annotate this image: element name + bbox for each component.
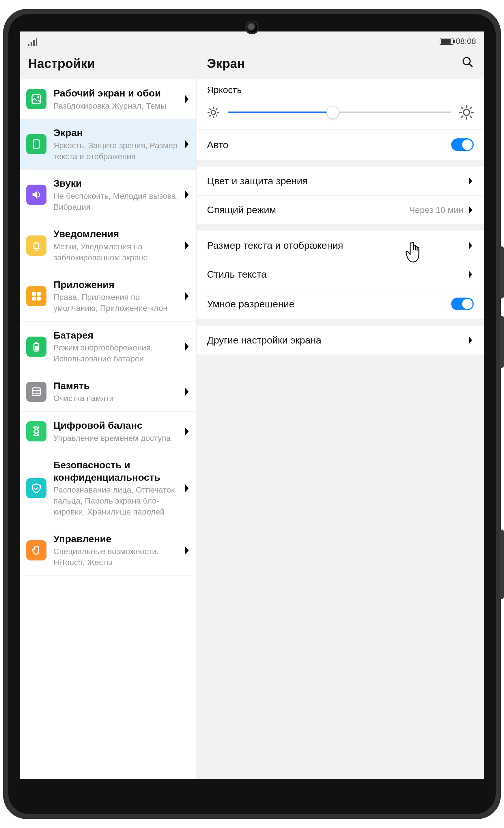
row-smart-resolution[interactable]: Умное разрешение <box>196 289 484 319</box>
row-label: Размер текста и отображения <box>207 240 468 251</box>
chevron-right-icon <box>183 483 191 493</box>
hw-button <box>500 316 504 368</box>
sound-icon <box>26 184 46 205</box>
chevron-right-icon <box>468 176 474 186</box>
sidebar-item-display[interactable]: Экран Яркость, Защита зрения, Размер тек… <box>20 119 196 170</box>
chevron-right-icon <box>468 205 474 215</box>
svg-rect-7 <box>37 292 41 296</box>
row-other-display-settings[interactable]: Другие настройки экрана <box>196 326 484 355</box>
chevron-right-icon <box>183 291 191 301</box>
svg-point-25 <box>464 110 470 116</box>
svg-rect-12 <box>35 346 38 350</box>
svg-line-32 <box>462 116 463 117</box>
sidebar-item-sub: Распознавание лица, Отпечаток пальца, Па… <box>53 485 183 517</box>
row-value: Через 10 мин <box>409 205 463 215</box>
svg-line-30 <box>462 108 463 109</box>
brightness-low-icon <box>207 106 220 119</box>
sidebar-item-sub: Режим энергосбере­жения, Использование б… <box>53 342 183 364</box>
screen: 08:08 Настройки Экран <box>20 32 484 779</box>
hourglass-icon <box>26 421 46 442</box>
svg-rect-8 <box>32 296 36 300</box>
row-auto-brightness[interactable]: Авто <box>196 129 484 160</box>
row-label: Стиль текста <box>207 269 468 280</box>
row-text-display-size[interactable]: Размер текста и отображения <box>196 231 484 260</box>
chevron-right-icon <box>183 94 191 104</box>
svg-rect-9 <box>37 296 41 300</box>
bell-icon <box>26 236 46 256</box>
sidebar-item-storage[interactable]: Память Очистка памяти <box>20 372 196 412</box>
sidebar-item-sub: Очистка памяти <box>53 393 183 404</box>
sidebar-item-sub: Права, Приложения по умолчанию, Приложен… <box>53 292 183 314</box>
svg-rect-6 <box>32 292 36 296</box>
row-sleep[interactable]: Спящий режим Через 10 мин <box>196 195 484 224</box>
row-label: Цвет и защита зрения <box>207 175 468 187</box>
sidebar-item-notifications[interactable]: Уведомления Метки, Уведомления на заблок… <box>20 220 196 271</box>
row-label: Авто <box>207 139 451 151</box>
svg-rect-11 <box>36 342 38 343</box>
wallpaper-icon <box>26 89 46 109</box>
sidebar-item-accessibility[interactable]: Управление Специальные возможности, HiTo… <box>20 525 196 576</box>
sidebar-item-sub: Управление временем доступа <box>53 433 183 444</box>
svg-point-16 <box>211 110 216 115</box>
sidebar-item-label: Управление <box>53 533 183 545</box>
svg-rect-4 <box>34 140 39 149</box>
sidebar-item-sub: Специальные возможности, HiTouch, Жесты <box>53 546 183 568</box>
sidebar-item-home-wallpaper[interactable]: Рабочий экран и обои Разблокировка Журна… <box>20 79 196 119</box>
chevron-right-icon <box>183 139 191 149</box>
sidebar-item-label: Уведомления <box>53 227 183 240</box>
sidebar-item-security[interactable]: Безопасность и конфиденциаль­ность Распо… <box>20 451 196 525</box>
chevron-right-icon <box>468 270 474 279</box>
row-text-style[interactable]: Стиль текста <box>196 260 484 289</box>
sidebar-item-sub: Метки, Уведомления на заблокированном эк… <box>53 241 183 263</box>
chevron-right-icon <box>468 241 474 250</box>
sidebar-item-sub: Яркость, Защита зрения, Размер текста и … <box>53 140 183 162</box>
page-title-left: Настройки <box>20 48 196 79</box>
sidebar-item-sub: Разблокировка Журнал, Темы <box>53 100 183 112</box>
hw-button <box>500 246 504 298</box>
display-settings-pane: Яркость <box>196 79 484 779</box>
toggle-smart-resolution[interactable] <box>451 298 474 310</box>
svg-line-33 <box>470 108 471 109</box>
svg-line-1 <box>469 64 472 67</box>
clock: 08:08 <box>456 37 476 46</box>
sidebar-item-digital-balance[interactable]: Цифровой баланс Управление временем дост… <box>20 412 196 451</box>
settings-sidebar: Рабочий экран и обои Разблокировка Журна… <box>20 79 196 779</box>
chevron-right-icon <box>183 386 191 397</box>
toggle-auto-brightness[interactable] <box>451 138 474 151</box>
brightness-label: Яркость <box>207 85 474 95</box>
svg-line-21 <box>210 109 211 110</box>
sidebar-item-apps[interactable]: Приложения Права, Приложения по умолчани… <box>20 271 196 322</box>
sidebar-item-label: Цифровой баланс <box>53 419 183 431</box>
chevron-right-icon <box>183 240 191 251</box>
chevron-right-icon <box>183 341 191 352</box>
row-color-protection[interactable]: Цвет и защита зрения <box>196 167 484 195</box>
battery-icon <box>26 337 46 357</box>
sidebar-item-label: Батарея <box>53 329 183 341</box>
chevron-right-icon <box>468 336 474 345</box>
brightness-high-icon <box>459 105 474 120</box>
sidebar-item-sub: Не беспокоить, Мелодия вызова, Вибрация <box>53 191 183 213</box>
headers: Настройки Экран <box>20 48 484 79</box>
chevron-right-icon <box>183 190 191 200</box>
status-bar: 08:08 <box>20 32 484 48</box>
hw-button <box>500 530 504 599</box>
svg-line-31 <box>470 116 471 117</box>
sidebar-item-sounds[interactable]: Звуки Не беспокоить, Мелодия вызова, Виб… <box>20 170 196 220</box>
chevron-right-icon <box>183 426 191 437</box>
row-label: Умное разрешение <box>207 298 451 310</box>
sidebar-item-battery[interactable]: Батарея Режим энергосбере­жения, Использ… <box>20 322 196 372</box>
sidebar-item-label: Звуки <box>53 177 183 190</box>
svg-line-23 <box>210 115 211 116</box>
brightness-slider[interactable] <box>228 112 451 113</box>
search-icon[interactable] <box>462 56 474 71</box>
svg-rect-13 <box>33 388 40 396</box>
sidebar-item-label: Рабочий экран и обои <box>53 87 183 99</box>
front-camera <box>247 22 257 33</box>
row-label: Другие настройки экрана <box>207 335 468 346</box>
hand-icon <box>26 540 46 561</box>
storage-icon <box>26 382 46 402</box>
chevron-right-icon <box>183 545 191 555</box>
apps-icon <box>26 286 46 306</box>
page-title-right: Экран <box>207 56 245 71</box>
sidebar-item-label: Приложения <box>53 279 183 291</box>
